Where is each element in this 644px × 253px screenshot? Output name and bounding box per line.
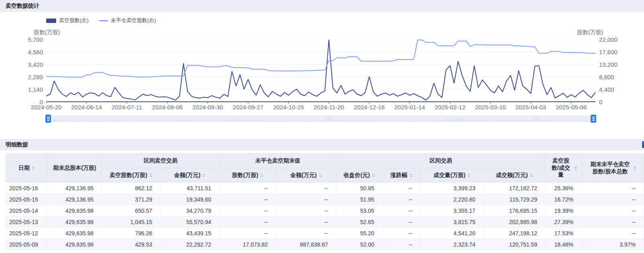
cell-value: 862.12 [102, 183, 161, 194]
sort-icon[interactable] [149, 173, 153, 177]
legend-rect-marker-icon [46, 19, 56, 23]
cell-value: 55,570.94 [161, 216, 220, 228]
col-header-change-pct[interactable]: 涨跌幅 [383, 168, 421, 183]
col-header-open-short-to-capital-ratio[interactable]: 期末未平仓卖空股数/股本总数 [582, 154, 644, 183]
cell-value: 3,355.17 [421, 205, 484, 216]
sort-icon[interactable] [633, 166, 636, 170]
cell-value: 176,695.15 [484, 205, 546, 216]
clipped-edge-icon[interactable] [642, 141, 644, 148]
sort-icon[interactable] [467, 173, 471, 177]
datazoom-right-handle-icon[interactable] [591, 115, 596, 123]
col-header-open-shares[interactable]: 股数(万股) [220, 168, 276, 183]
group-header-interval-short-trades: 区间卖空交易 [102, 154, 220, 168]
cell-value: 429,136.95 [48, 194, 102, 205]
cell-value: 55.20 [336, 228, 383, 239]
right-axis-tick-label: 22,000 [599, 36, 618, 43]
cell-value: 19.39% [546, 205, 582, 216]
col-header-short-shares[interactable]: 卖空股数(万股) [102, 168, 161, 183]
x-axis-tick-label: 2024-08-30 [192, 104, 223, 111]
cell-value: 52.65 [336, 216, 383, 228]
x-axis-tick-label: 2025-04-03 [516, 104, 546, 111]
right-axis-tick-label: 0 [599, 99, 602, 105]
sort-icon[interactable] [530, 173, 533, 177]
right-axis-tick-label: 17,600 [599, 49, 618, 56]
cell-value: 27.39% [546, 216, 582, 228]
group-header-open-short-period-end: 未平仓卖空期末值 [220, 154, 336, 168]
x-axis-tick-label: 2024-11-20 [314, 104, 344, 111]
table-row: 2025-05-16429,136.95862.1243,711.51----5… [6, 183, 644, 194]
cell-value: -- [276, 205, 336, 216]
col-header-turnover[interactable]: 成交额(万元) [484, 168, 546, 183]
cell-value: 51.95 [336, 194, 383, 205]
series-line [46, 40, 595, 77]
cell-value: 17.53% [546, 228, 582, 239]
cell-value: -- [220, 228, 276, 239]
datazoom-left-handle-icon[interactable] [45, 115, 51, 123]
legend-item-short-sold-shares[interactable]: 卖空股数(左) [46, 17, 89, 24]
section-title: 明细数据 [6, 141, 28, 148]
left-axis-tick-label: 4,560 [0, 49, 43, 56]
cell-value: -- [582, 183, 644, 194]
cell-value: 16.72% [546, 194, 582, 205]
section-title: 卖空数据统计 [6, 2, 39, 10]
sort-icon[interactable] [202, 173, 206, 177]
cell-value: -- [220, 183, 276, 194]
x-axis-tick-label: 2025-03-10 [475, 104, 506, 111]
left-axis-tick-label: 1,140 [0, 86, 43, 93]
sort-icon[interactable] [260, 173, 263, 177]
chart-legend: 卖空股数(左) 未平仓卖空股数(右) [46, 17, 156, 24]
x-axis-tick-label: 2025-02-12 [435, 104, 466, 111]
cell-value: 2,220.80 [421, 194, 484, 205]
sort-icon[interactable] [574, 166, 577, 170]
legend-label: 卖空股数(左) [59, 17, 89, 24]
sort-icon[interactable] [372, 173, 375, 177]
cell-value: 429,635.98 [48, 216, 102, 228]
section-header-short-selling-stats: 卖空数据统计 [0, 0, 644, 12]
table-row: 2025-05-09429,635.98429.5322,292.7217,07… [6, 239, 644, 250]
cell-date: 2025-05-15 [6, 194, 48, 205]
legend-item-open-short-shares[interactable]: 未平仓卖空股数(右) [99, 17, 156, 24]
cell-value: -- [276, 194, 336, 205]
cell-value: 429.53 [102, 239, 161, 250]
col-header-date[interactable]: 日期 [6, 154, 48, 183]
cell-value: 25.36% [546, 183, 582, 194]
cell-value: 3,815.75 [421, 216, 484, 228]
sort-icon[interactable] [319, 173, 322, 177]
cell-value: 202,995.98 [484, 216, 546, 228]
cell-value: 22,292.72 [161, 239, 220, 250]
datazoom-slider[interactable] [46, 115, 595, 122]
cell-value: 50.85 [336, 183, 383, 194]
cell-value: -- [276, 216, 336, 228]
sort-icon[interactable] [410, 173, 413, 177]
x-axis-tick-label: 2024-12-16 [354, 104, 385, 111]
right-axis-tick-label: 4,400 [599, 86, 614, 93]
col-header-close-price[interactable]: 收盘价(元) [336, 168, 383, 183]
col-header-short-to-volume-ratio[interactable]: 卖空股数/成交量 [546, 154, 582, 183]
left-axis-tick-label: 5,700 [0, 36, 43, 43]
cell-value: -- [383, 194, 421, 205]
cell-value: 18.48% [546, 239, 582, 250]
cell-value: 43,711.51 [161, 183, 220, 194]
cell-value: -- [582, 216, 644, 228]
col-header-open-amount[interactable]: 金额(万元) [276, 168, 336, 183]
cell-value: 43,439.15 [161, 228, 220, 239]
cell-value: 650.57 [102, 205, 161, 216]
x-axis-tick-label: 2025-01-14 [394, 104, 425, 111]
cell-value: 1,045.15 [102, 216, 161, 228]
x-axis-tick-label: 2024-10-25 [273, 104, 304, 111]
cell-value: 19,349.60 [161, 194, 220, 205]
cell-value: 53.05 [336, 205, 383, 216]
col-header-short-amount[interactable]: 金额(万元) [161, 168, 220, 183]
cell-value: -- [276, 228, 336, 239]
col-header-volume[interactable]: 成交量(万股) [421, 168, 484, 183]
section-header-detail-data: 明细数据 [0, 139, 644, 150]
cell-value: 172,182.72 [484, 183, 546, 194]
sort-icon[interactable] [32, 166, 35, 170]
x-axis-tick-label: 2024-05-20 [31, 104, 62, 111]
cell-value: 115,729.29 [484, 194, 546, 205]
col-header-total-shares[interactable]: 期末总股本(万股) [48, 154, 102, 183]
cell-value: 3.97% [582, 239, 644, 250]
x-axis-tick-label: 2024-08-06 [152, 104, 183, 111]
detail-data-table: 日期 期末总股本(万股) 区间卖空交易 未平仓卖空期末值 区间交易 卖空股数/成… [6, 153, 644, 250]
cell-date: 2025-05-13 [6, 216, 48, 228]
